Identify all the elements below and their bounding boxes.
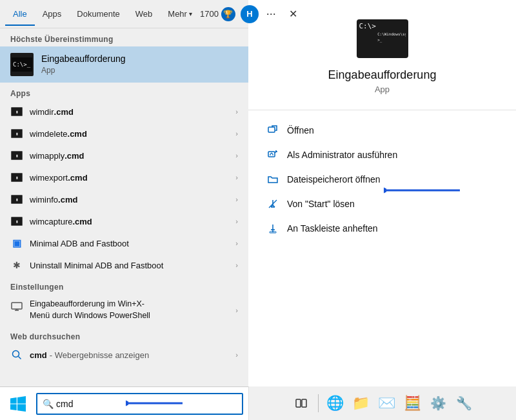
cmd-file-icon (10, 171, 23, 184)
search-icon-inline: 🔍 (43, 399, 54, 409)
avatar[interactable]: H (241, 5, 259, 23)
monitor-icon (10, 300, 23, 313)
chevron-down-icon: ▾ (189, 10, 192, 17)
apps-label: Apps (0, 83, 248, 101)
tabs-row: Alle Apps Dokumente Web Mehr ▾ 1700 🏆 H … (0, 0, 248, 28)
unpin-icon (266, 197, 279, 210)
cmd-file-icon (10, 105, 23, 118)
admin-icon (266, 148, 279, 161)
svg-rect-2 (12, 303, 22, 309)
search-results: Höchste Übereinstimmung C:\>_ Eingabeauf… (0, 28, 248, 386)
folder-icon (266, 173, 279, 186)
list-item-settings[interactable]: Eingabeaufforderung im Win+X-Menü durch … (0, 294, 248, 326)
cmd-file-icon (10, 193, 23, 206)
detail-panel: C:\Windows\system32 >_ Eingabeaufforderu… (248, 0, 516, 387)
cmd-file-icon (10, 215, 23, 228)
cmd-icon-large: C:\>_ (10, 53, 34, 76)
chevron-right-icon: › (235, 261, 238, 269)
list-item[interactable]: wimexport.cmd › (0, 166, 248, 188)
chevron-right-icon: › (235, 130, 238, 137)
list-item[interactable]: wiminfo.cmd › (0, 188, 248, 210)
search-panel: Alle Apps Dokumente Web Mehr ▾ 1700 🏆 H … (0, 0, 248, 420)
best-match-item[interactable]: C:\>_ Eingabeaufforderung App (0, 46, 248, 83)
tab-docs[interactable]: Dokumente (69, 3, 127, 25)
svg-text:C:\Windows\system32: C:\Windows\system32 (377, 32, 405, 37)
svg-rect-14 (302, 399, 306, 407)
einstellungen-label: Einstellungen (0, 276, 248, 294)
chevron-right-icon: › (235, 217, 238, 225)
taskbar-multitask-icon[interactable] (290, 392, 313, 415)
chevron-right-icon: › (235, 108, 238, 115)
chevron-right-icon: › (235, 195, 238, 203)
best-match-label: Höchste Übereinstimmung (0, 28, 248, 46)
list-item[interactable]: wimapply.cmd › (0, 145, 248, 166)
detail-app-type: App (375, 85, 390, 94)
open-icon (266, 124, 279, 137)
tab-web[interactable]: Web (128, 3, 161, 25)
taskbar: 🌐 📁 ✉️ 🧮 ⚙️ 🔧 (248, 386, 516, 420)
svg-rect-8 (268, 127, 275, 132)
uninstall-icon: ✱ (10, 259, 23, 272)
trophy-icon: 🏆 (221, 7, 235, 21)
svg-point-3 (13, 351, 19, 357)
action-unpin-start[interactable]: Von "Start" lösen (261, 192, 503, 216)
svg-rect-13 (296, 399, 301, 407)
detail-app-name: Eingabeaufforderung (328, 68, 437, 82)
chevron-right-icon: › (235, 351, 238, 359)
search-box: 🔍 (0, 386, 248, 420)
list-item[interactable]: ✱ Uninstall Minimal ADB and Fastboot › (0, 254, 248, 276)
close-button[interactable]: ✕ (284, 5, 303, 23)
more-button[interactable]: ··· (264, 5, 279, 23)
taskbar-mail-icon[interactable]: ✉️ (375, 392, 399, 415)
cmd-file-icon (10, 127, 23, 140)
taskbar-user-icon[interactable]: 🔧 (453, 392, 476, 415)
chevron-right-icon: › (235, 239, 238, 247)
windows-button[interactable] (5, 391, 31, 417)
action-run-as-admin[interactable]: Als Administrator ausführen (261, 143, 503, 167)
score-badge[interactable]: 1700 🏆 (200, 7, 235, 21)
list-item-web[interactable]: cmd - Webergebnisse anzeigen › (0, 344, 248, 366)
tab-mehr[interactable]: Mehr ▾ (160, 3, 200, 25)
detail-actions: Öffnen Als Administrator ausführen Datei… (248, 118, 516, 241)
list-item[interactable]: wimcapture.cmd › (0, 210, 248, 232)
tab-apps[interactable]: Apps (35, 3, 70, 25)
web-label: Web durchsuchen (0, 326, 248, 344)
svg-text:C:\>_: C:\>_ (13, 61, 31, 68)
svg-text:>_: >_ (377, 38, 382, 43)
action-open[interactable]: Öffnen (261, 118, 503, 143)
detail-app-icon: C:\Windows\system32 >_ (357, 19, 408, 58)
tab-all[interactable]: Alle (5, 3, 35, 25)
action-open-location[interactable]: Dateispeicherort öffnen (261, 167, 503, 192)
taskbar-edge-icon[interactable]: 🌐 (324, 392, 347, 415)
search-arrow (126, 398, 184, 408)
cmd-file-icon (10, 149, 23, 162)
taskbar-calculator-icon[interactable]: 🧮 (401, 392, 424, 415)
detail-divider (248, 110, 516, 110)
admin-arrow (384, 185, 461, 195)
pin-taskbar-icon (266, 222, 279, 235)
action-pin-taskbar[interactable]: An Taskleiste anheften (261, 216, 503, 241)
chevron-right-icon: › (235, 152, 238, 159)
taskbar-separator (318, 394, 319, 412)
chevron-right-icon: › (235, 306, 238, 314)
adb-icon: ▣ (10, 237, 23, 250)
best-match-text: Eingabeaufforderung App (41, 54, 126, 75)
list-item[interactable]: wimdelete.cmd › (0, 123, 248, 145)
list-item[interactable]: wimdir.cmd › (0, 101, 248, 123)
taskbar-settings-icon[interactable]: ⚙️ (427, 392, 450, 415)
chevron-right-icon: › (235, 174, 238, 181)
search-icon (10, 348, 23, 361)
taskbar-explorer-icon[interactable]: 📁 (350, 392, 373, 415)
list-item[interactable]: ▣ Minimal ADB and Fastboot › (0, 232, 248, 254)
